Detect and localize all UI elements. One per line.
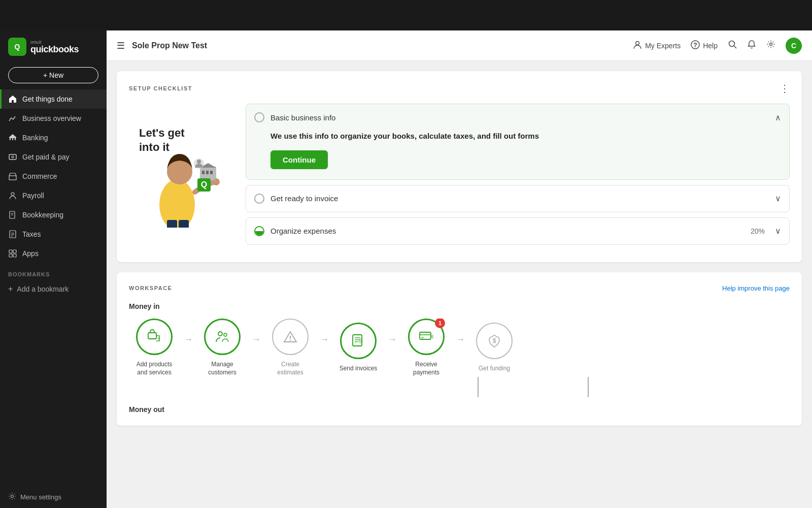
user-avatar[interactable]: C	[786, 38, 802, 54]
svg-rect-14	[10, 231, 16, 238]
workflow-label-send-invoices: Send invoices	[340, 364, 378, 373]
search-icon[interactable]	[728, 40, 737, 51]
tax-icon	[8, 230, 17, 239]
three-dot-menu-button[interactable]: ⋮	[780, 83, 790, 93]
sidebar-item-business-overview[interactable]: Business overview	[0, 109, 107, 128]
svg-rect-4	[12, 138, 13, 140]
svg-rect-37	[210, 171, 213, 174]
person-icon	[8, 191, 17, 200]
help-icon: ?	[691, 40, 700, 51]
svg-rect-56	[421, 337, 424, 338]
svg-point-46	[224, 333, 227, 336]
plus-icon: +	[8, 284, 13, 294]
nav-label-get-things-done: Get things done	[22, 95, 73, 103]
workflow-arrow-1: →	[184, 334, 193, 345]
svg-rect-18	[9, 250, 12, 253]
workflow-item-manage-customers[interactable]: Managecustomers	[197, 319, 248, 377]
checklist-radio-invoice	[254, 194, 264, 204]
header-actions: My Experts ? Help	[633, 38, 802, 54]
workflow-circle-get-funding: $	[476, 323, 513, 359]
workflow-circle-add-products	[136, 319, 173, 355]
nav-label-apps: Apps	[22, 249, 39, 258]
workflow-circle-manage-customers	[204, 319, 241, 355]
sidebar-item-get-paid-pay[interactable]: Get paid & pay	[0, 147, 107, 167]
workflow-item-create-estimates[interactable]: Createestimates	[265, 319, 316, 377]
checklist-item-basic-info-header[interactable]: Basic business info ∧	[246, 104, 789, 131]
help-button[interactable]: ? Help	[691, 40, 718, 51]
workflow-label-receive-payments: Receivepayments	[413, 360, 439, 377]
bell-icon[interactable]	[747, 40, 756, 51]
workflow-arrow-3: →	[320, 334, 329, 345]
dollar-icon	[8, 152, 17, 162]
experts-icon	[633, 40, 642, 51]
settings-icon[interactable]	[766, 40, 775, 51]
main-content: ☰ Sole Prop New Test My Experts	[107, 30, 812, 508]
book-icon	[8, 210, 17, 219]
nav-label-get-paid-pay: Get paid & pay	[22, 153, 70, 161]
svg-marker-6	[9, 134, 16, 137]
workflow-label-add-products: Add productsand services	[137, 360, 173, 377]
add-bookmark-button[interactable]: + Add a bookmark	[8, 281, 98, 297]
sidebar-item-taxes[interactable]: Taxes	[0, 225, 107, 244]
menu-settings-button[interactable]: Menu settings	[0, 486, 107, 508]
workspace-card: WORKSPACE Help improve this page Money i…	[117, 272, 802, 426]
continue-button[interactable]: Continue	[270, 150, 328, 169]
checklist-label-expenses: Organize expenses	[270, 227, 745, 235]
home-icon	[8, 94, 17, 104]
my-experts-label: My Experts	[645, 42, 681, 50]
checklist-item-expenses-header[interactable]: Organize expenses 20% ∨	[246, 218, 789, 244]
top-bar	[0, 0, 812, 30]
workspace-header: WORKSPACE Help improve this page	[129, 284, 790, 292]
svg-rect-21	[13, 254, 16, 257]
quickbooks-logo-icon: Q	[8, 38, 26, 56]
workspace-label: WORKSPACE	[129, 285, 172, 291]
svg-point-49	[290, 339, 291, 340]
workflow-item-send-invoices[interactable]: Send invoices	[333, 323, 384, 373]
svg-point-8	[12, 156, 14, 158]
nav-label-taxes: Taxes	[22, 230, 41, 238]
help-improve-link[interactable]: Help improve this page	[722, 284, 790, 292]
svg-point-40	[197, 160, 201, 164]
bookmarks-section: BOOKMARKS + Add a bookmark	[0, 271, 107, 297]
sidebar-item-commerce[interactable]: Commerce	[0, 167, 107, 186]
sidebar-item-payroll[interactable]: Payroll	[0, 186, 107, 205]
new-button[interactable]: + New	[8, 67, 98, 83]
svg-point-10	[11, 193, 14, 196]
setup-checklist-label: SETUP CHECKLIST	[129, 85, 192, 91]
sidebar-item-bookkeeping[interactable]: Bookkeeping	[0, 205, 107, 225]
nav-label-commerce: Commerce	[22, 172, 57, 180]
svg-line-27	[734, 46, 737, 49]
svg-point-45	[218, 332, 222, 336]
my-experts-button[interactable]: My Experts	[633, 40, 681, 51]
svg-rect-43	[148, 333, 156, 339]
gear-icon	[8, 492, 16, 502]
content-area: SETUP CHECKLIST ⋮	[107, 61, 812, 508]
svg-point-26	[729, 41, 735, 47]
nav-label-payroll: Payroll	[22, 192, 44, 200]
chevron-down-icon-expenses: ∨	[775, 226, 781, 236]
svg-rect-7	[9, 154, 16, 160]
workflow-item-add-products[interactable]: Add productsand services	[129, 319, 180, 377]
svg-rect-33	[179, 220, 189, 228]
sidebar-item-get-things-done[interactable]: Get things done	[0, 89, 107, 109]
sidebar-item-apps[interactable]: Apps	[0, 244, 107, 263]
nav-label-business-overview: Business overview	[22, 114, 81, 122]
workflow-circle-create-estimates	[272, 319, 309, 355]
checklist-item-invoice-header[interactable]: Get ready to invoice ∨	[246, 185, 789, 212]
setup-illustration: Q Let's get into it	[129, 104, 230, 250]
workflow-label-get-funding: Get funding	[479, 364, 510, 373]
checklist-item-basic-info-body: We use this info to organize your books,…	[246, 131, 789, 179]
chart-icon	[8, 114, 17, 123]
header: ☰ Sole Prop New Test My Experts	[107, 30, 812, 61]
svg-rect-2	[9, 137, 16, 138]
help-label: Help	[703, 42, 718, 50]
hamburger-icon[interactable]: ☰	[117, 40, 125, 51]
workflow-item-receive-payments[interactable]: 1 Receivepayments	[401, 319, 452, 377]
chevron-up-icon: ∧	[775, 113, 781, 122]
workflow-items: Add productsand services →	[129, 319, 790, 377]
nav-label-banking: Banking	[22, 134, 48, 142]
add-bookmark-label: Add a bookmark	[17, 285, 69, 293]
workflow-item-get-funding[interactable]: $ Get funding	[469, 323, 520, 373]
sidebar-item-banking[interactable]: Banking	[0, 128, 107, 147]
sidebar-nav: Get things done Business overview	[0, 89, 107, 263]
